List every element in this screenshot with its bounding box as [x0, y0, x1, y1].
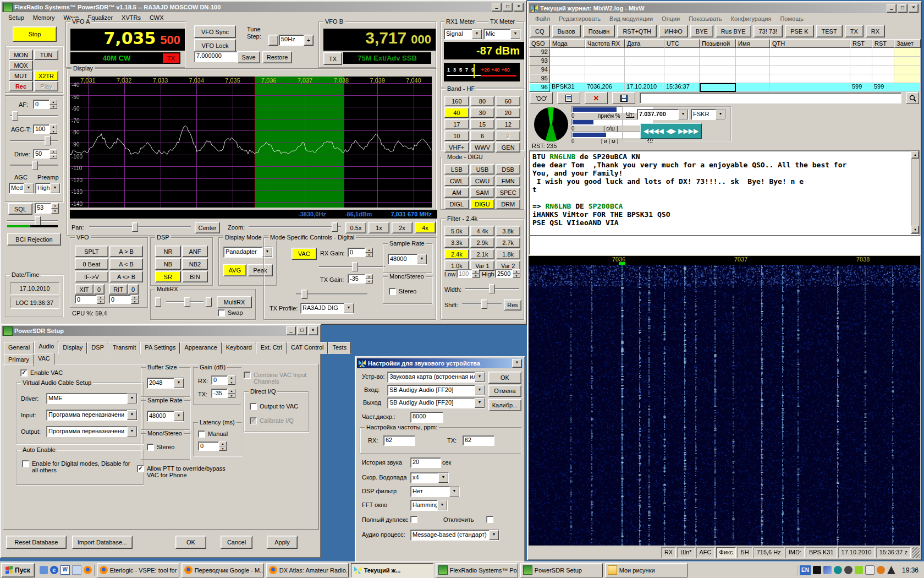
filter-width-slider[interactable] — [465, 284, 519, 293]
tray-icon[interactable] — [844, 566, 853, 574]
menu-item[interactable]: Setup — [4, 13, 29, 22]
log-column-header[interactable]: QTH — [770, 39, 850, 48]
close-icon[interactable]: × — [308, 326, 318, 335]
status-item[interactable]: RX — [661, 547, 676, 558]
band-button[interactable]: WWV — [470, 142, 495, 152]
mode-button[interactable]: CWU — [470, 176, 495, 186]
bci-rejection-button[interactable]: BCI Rejection — [7, 233, 61, 246]
status-item[interactable]: Фикс — [716, 547, 736, 558]
macro-button[interactable]: BYE — [690, 25, 713, 37]
filter-shift-slider[interactable] — [462, 299, 502, 308]
tx-meter-select[interactable]: Mic▼ — [483, 29, 521, 40]
setup-cancel-button[interactable]: Cancel — [221, 536, 252, 549]
memory-freq-input[interactable]: 7.000000 — [194, 51, 238, 62]
macro-button[interactable]: Позывн — [583, 25, 615, 37]
log-column-header[interactable]: UTC — [664, 39, 700, 48]
status-item[interactable]: 17.10.2010 — [838, 547, 875, 558]
ppm-rx-input[interactable]: 62 — [383, 435, 415, 446]
drive-slider[interactable] — [10, 161, 58, 170]
macro-button[interactable]: Вызов — [552, 25, 581, 37]
setup-tab[interactable]: Tests — [328, 342, 351, 354]
macro-button[interactable]: TEST — [816, 25, 843, 37]
mode-button[interactable]: USB — [470, 164, 495, 175]
tune-step-minus-button[interactable]: - — [268, 35, 278, 46]
mode-button[interactable]: DIGL — [444, 199, 469, 209]
filter-button[interactable]: 2.7k — [496, 237, 520, 248]
zoom-preset-button[interactable]: 2x — [392, 222, 413, 233]
setup-tab[interactable]: DSP — [87, 342, 108, 354]
af-slider[interactable] — [10, 111, 58, 120]
multirx-button[interactable]: MultiRX — [217, 296, 252, 308]
powersdr-titlebar[interactable]: FlexRadio Systems™ PowerSDR™ v1.18.5 -- … — [2, 2, 525, 12]
tune-step-arrows[interactable]: ◀◀◀◀◀▶▶▶▶▶ — [640, 123, 702, 139]
calibrate-button[interactable]: Калибр... — [488, 399, 521, 411]
band-button[interactable]: 20 — [496, 107, 520, 118]
log-row[interactable]: 92 — [529, 48, 921, 57]
digimode-select[interactable]: FSKR▼ — [691, 109, 726, 120]
firefox-icon[interactable] — [84, 566, 92, 574]
xit-button[interactable]: XIT — [75, 284, 94, 295]
band-button[interactable]: 40 — [444, 107, 469, 118]
language-indicator[interactable]: EN — [800, 565, 811, 575]
mode-button[interactable]: SAM — [470, 187, 495, 198]
log-row[interactable]: 93 — [529, 57, 921, 66]
band-button[interactable]: GEN — [496, 142, 520, 152]
sql-button[interactable]: SQL — [8, 203, 32, 215]
log-callsign-cell[interactable] — [700, 83, 736, 92]
close-icon[interactable]: × — [909, 4, 919, 13]
macro-button[interactable]: CQ — [530, 25, 550, 37]
taskbar-task-dxatlas[interactable]: DX Atlas: Amateur Radio... — [266, 563, 349, 577]
save-button[interactable]: Save — [237, 51, 260, 63]
dsp-button[interactable]: NB — [155, 258, 181, 270]
stop-button[interactable]: Stop — [13, 26, 57, 42]
menu-item[interactable]: Memory — [29, 13, 59, 22]
rx-scrollbar[interactable]: ▲ ▼ — [911, 150, 920, 234]
import-database-button[interactable]: Import Database... — [72, 536, 133, 549]
log-row-active[interactable]: 96 BPSK31 7036,206 17.10.2010 15:36:37 5… — [529, 83, 921, 92]
rx-meter-select[interactable]: Signal▼ — [444, 29, 482, 40]
setup-tab[interactable]: Appearance — [180, 342, 221, 354]
start-button[interactable]: Пуск — [1, 563, 35, 577]
filter-button[interactable]: 2.9k — [470, 237, 495, 248]
panadapter[interactable]: 7,0317,0327,0337,0347,0357,0367,0377,038… — [70, 77, 432, 208]
quick-launch-icon[interactable] — [40, 566, 48, 574]
delete-qso-button[interactable]: ✕ — [585, 92, 608, 104]
menu-item[interactable]: Вид модуляции — [605, 14, 657, 23]
dsp-filter-select[interactable]: Нет▼ — [410, 486, 460, 497]
vfo-op-button[interactable]: A > B — [109, 246, 143, 257]
rx-gain-slider[interactable] — [319, 262, 385, 271]
filter-button[interactable]: 2.4k — [444, 249, 469, 259]
status-item[interactable]: БН — [737, 547, 752, 558]
band-button[interactable]: VHF+ — [444, 142, 469, 152]
dsp-button[interactable]: ANF — [182, 246, 208, 257]
af-spinner[interactable]: 0▲▼ — [33, 100, 57, 109]
macro-button[interactable]: 73! 73! — [754, 25, 783, 37]
swap-checkbox[interactable]: Swap — [218, 309, 243, 317]
vfo-op-button[interactable]: IF->V — [75, 271, 108, 282]
status-item[interactable]: IMD: — [785, 547, 805, 558]
log-info-button[interactable] — [557, 92, 580, 104]
mode-button[interactable]: SPEC — [496, 187, 520, 198]
maximize-icon[interactable]: □ — [503, 3, 513, 12]
menu-item[interactable]: Конфигурация — [727, 14, 776, 23]
multirx-pan-right[interactable] — [206, 297, 212, 306]
preamp-select[interactable]: High▼ — [35, 183, 61, 194]
tray-icon[interactable] — [865, 565, 875, 575]
log-row[interactable]: 95 — [529, 74, 921, 83]
macro-button[interactable]: RST+QTH — [617, 25, 657, 37]
band-button[interactable]: 80 — [470, 96, 495, 106]
calibrate-iq-checkbox[interactable]: Calibrate I/Q — [250, 417, 294, 424]
mode-button[interactable]: DRM — [496, 199, 520, 209]
setup-ok-button[interactable]: OK — [175, 536, 206, 549]
filter-high-spinner[interactable]: 2500▲▼ — [495, 269, 520, 278]
band-button[interactable]: 60 — [496, 96, 520, 106]
sound-input-select[interactable]: SB Audigy Audio [FF20]▼ — [387, 385, 485, 396]
menu-item[interactable]: XVTRs — [117, 13, 145, 22]
menu-item[interactable]: Файл — [531, 14, 554, 23]
minimize-icon[interactable]: _ — [887, 4, 897, 13]
vfo-op-button[interactable]: A <> B — [109, 271, 143, 282]
agc-select[interactable]: Med▼ — [9, 183, 34, 194]
filter-reset-button[interactable]: Res — [504, 299, 521, 310]
close-icon[interactable]: × — [514, 3, 524, 12]
setup-sample-rate-select[interactable]: 48000▼ — [147, 411, 184, 422]
